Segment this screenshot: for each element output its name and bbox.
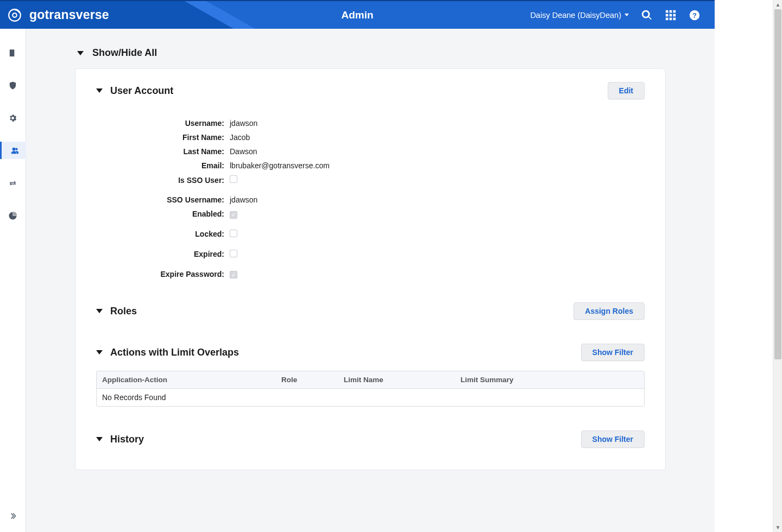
window-scrollbar[interactable]: ▲ ▼ <box>773 0 782 532</box>
section-title: History <box>110 434 144 445</box>
checkbox-is-sso <box>230 175 237 183</box>
scroll-down-arrow-icon[interactable]: ▼ <box>773 523 782 532</box>
page-title: Admin <box>341 9 373 21</box>
svg-point-1 <box>12 13 17 17</box>
table-header: Application-Action Role Limit Name Limit… <box>97 371 644 389</box>
sidebar-expand-icon[interactable] <box>0 507 26 524</box>
svg-rect-7 <box>673 14 676 16</box>
content-area: Show/Hide All User Account Edit Username… <box>26 29 715 532</box>
help-icon[interactable]: ? <box>689 9 701 21</box>
svg-rect-9 <box>670 17 672 20</box>
section-history: History Show Filter <box>96 430 645 448</box>
value-sso-username: jdawson <box>230 195 257 204</box>
svg-rect-4 <box>673 10 676 12</box>
label-lastname: Last Name: <box>96 147 230 156</box>
label-firstname: First Name: <box>96 133 230 142</box>
section-toggle-overlaps[interactable]: Actions with Limit Overlaps <box>96 347 239 358</box>
svg-rect-10 <box>673 17 676 20</box>
show-hide-all-label: Show/Hide All <box>92 47 157 59</box>
label-username: Username: <box>96 119 230 128</box>
scroll-up-arrow-icon[interactable]: ▲ <box>773 0 782 9</box>
empty-message: No Records Found <box>97 389 276 406</box>
sidebar <box>0 29 26 532</box>
value-email: lbrubaker@gotransverse.com <box>230 161 330 170</box>
section-title: Actions with Limit Overlaps <box>110 347 239 358</box>
overlaps-table: Application-Action Role Limit Name Limit… <box>96 371 645 407</box>
section-toggle-roles[interactable]: Roles <box>96 306 137 317</box>
caret-down-icon <box>96 309 103 313</box>
label-enabled: Enabled: <box>96 210 230 218</box>
sidebar-item-reports[interactable] <box>0 207 26 224</box>
caret-down-icon <box>96 88 103 93</box>
section-title: Roles <box>110 306 137 317</box>
checkbox-enabled <box>230 211 237 219</box>
sidebar-item-settings[interactable] <box>0 109 26 126</box>
caret-down-icon <box>625 14 629 16</box>
svg-rect-5 <box>666 14 669 16</box>
checkbox-locked <box>230 230 237 237</box>
brand-text: gotransverse <box>29 8 109 22</box>
section-overlaps: Actions with Limit Overlaps Show Filter … <box>96 344 645 407</box>
sidebar-item-users[interactable] <box>0 142 26 159</box>
section-roles: Roles Assign Roles <box>96 302 645 320</box>
brand-logo-icon <box>8 8 22 22</box>
caret-down-icon <box>96 350 103 354</box>
label-sso-username: SSO Username: <box>96 195 230 204</box>
show-filter-history-button[interactable]: Show Filter <box>581 430 645 448</box>
svg-rect-3 <box>670 10 672 12</box>
sidebar-item-sync[interactable] <box>0 174 26 192</box>
main-card: User Account Edit Username: jdawson Firs… <box>75 68 666 470</box>
user-account-fields: Username: jdawson First Name: Jacob Last… <box>96 109 645 278</box>
section-user-account: User Account Edit Username: jdawson Firs… <box>96 82 645 278</box>
user-menu[interactable]: Daisy Deane (DaisyDean) <box>530 11 629 20</box>
col-limit-name[interactable]: Limit Name <box>338 371 455 388</box>
edit-button[interactable]: Edit <box>608 82 645 99</box>
search-icon[interactable] <box>641 9 653 21</box>
label-expire-password: Expire Password: <box>96 270 230 278</box>
scroll-thumb[interactable] <box>774 9 781 359</box>
label-expired: Expired: <box>96 250 230 258</box>
show-hide-all-toggle[interactable]: Show/Hide All <box>77 47 666 59</box>
sidebar-item-company[interactable] <box>0 44 26 61</box>
value-firstname: Jacob <box>230 133 250 142</box>
user-menu-label: Daisy Deane (DaisyDean) <box>530 11 621 20</box>
show-filter-overlaps-button[interactable]: Show Filter <box>581 344 645 361</box>
section-toggle-user-account[interactable]: User Account <box>96 85 173 97</box>
label-is-sso: Is SSO User: <box>96 176 230 185</box>
table-row-empty: No Records Found <box>97 389 644 406</box>
svg-rect-2 <box>666 10 669 12</box>
section-title: User Account <box>110 85 173 97</box>
caret-down-icon <box>96 437 103 441</box>
col-application-action[interactable]: Application-Action <box>97 371 276 388</box>
assign-roles-button[interactable]: Assign Roles <box>573 302 645 320</box>
top-bar: gotransverse Admin Daisy Deane (DaisyDea… <box>0 0 715 29</box>
svg-rect-6 <box>670 14 672 16</box>
svg-text:?: ? <box>692 11 697 19</box>
value-username: jdawson <box>230 119 257 128</box>
apps-grid-icon[interactable] <box>665 9 677 21</box>
right-gutter <box>715 0 773 532</box>
svg-rect-8 <box>666 17 669 20</box>
caret-down-icon <box>77 51 84 55</box>
label-email: Email: <box>96 161 230 170</box>
label-locked: Locked: <box>96 230 230 238</box>
section-toggle-history[interactable]: History <box>96 434 144 445</box>
brand[interactable]: gotransverse <box>0 1 119 29</box>
col-role[interactable]: Role <box>276 371 338 388</box>
value-lastname: Dawson <box>230 147 257 156</box>
sidebar-item-security[interactable] <box>0 77 26 94</box>
checkbox-expire-password <box>230 271 237 278</box>
col-limit-summary[interactable]: Limit Summary <box>455 371 644 388</box>
checkbox-expired <box>230 250 237 257</box>
